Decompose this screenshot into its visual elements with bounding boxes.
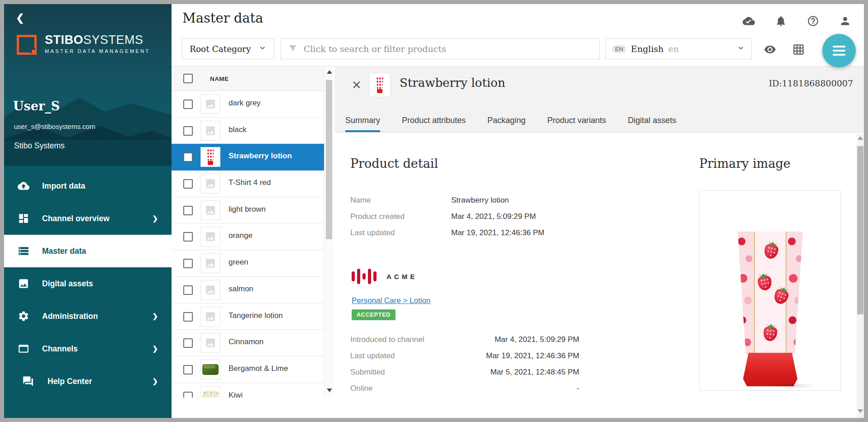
product-name: salmon — [229, 284, 253, 294]
tab-product-variants[interactable]: Product variants — [547, 116, 606, 132]
field-label: Submitted — [350, 368, 451, 377]
row-checkbox[interactable] — [183, 365, 193, 375]
field-value: Mar 5, 2021, 12:48:45 PM — [490, 368, 579, 377]
scroll-up-arrow[interactable] — [858, 136, 863, 140]
list-item[interactable]: Cinnamon — [172, 330, 324, 356]
row-checkbox[interactable] — [183, 338, 193, 348]
list-item[interactable]: green — [172, 250, 324, 277]
sidebar-item-master-data[interactable]: Master data — [4, 235, 172, 267]
sidebar-item-label: Channel overview — [42, 214, 110, 223]
scroll-down-arrow[interactable] — [858, 409, 863, 413]
list-item[interactable]: dark grey — [172, 91, 324, 118]
language-dropdown[interactable]: EN English en — [605, 38, 752, 59]
product-name: orange — [229, 231, 253, 240]
row-checkbox[interactable] — [183, 100, 193, 109]
brand-name: ACME — [386, 273, 417, 280]
sidebar-item-channels[interactable]: Channels ❯ — [4, 332, 172, 365]
help-icon[interactable] — [807, 15, 819, 27]
product-name: Kiwi — [229, 391, 243, 398]
brand-logo: ACME — [352, 268, 417, 284]
scroll-up-arrow[interactable] — [327, 70, 332, 74]
field-label: Last updated — [350, 228, 451, 237]
tab-packaging[interactable]: Packaging — [487, 116, 525, 132]
list-item-selected[interactable]: Strawberry lotion — [172, 144, 324, 171]
list-item[interactable]: Bergamot & Lime — [172, 356, 324, 383]
sidebar-item-label: Digital assets — [42, 279, 93, 289]
cloud-done-icon[interactable] — [743, 15, 755, 27]
menu-fab-button[interactable] — [822, 34, 856, 67]
chevron-left-icon: ❮ — [16, 12, 24, 24]
placeholder-image-icon — [200, 227, 220, 247]
field-label: Product created — [350, 212, 451, 221]
scrollbar-thumb[interactable] — [326, 80, 332, 239]
product-thumbnail — [369, 73, 391, 97]
user-organization: Stibo Systems — [14, 141, 65, 151]
row-checkbox[interactable] — [183, 232, 193, 242]
list-item[interactable]: Tangerine lotion — [172, 303, 324, 330]
sidebar-item-import-data[interactable]: Import data — [4, 170, 172, 202]
row-checkbox[interactable] — [183, 285, 193, 295]
category-dropdown-value: Root Category — [190, 44, 251, 54]
detail-scrollbar[interactable] — [857, 133, 864, 418]
filter-icon — [288, 43, 297, 54]
lotion-tube-cap — [743, 353, 797, 386]
row-checkbox[interactable] — [183, 152, 193, 162]
sidebar-item-administration[interactable]: Administration ❯ — [4, 300, 172, 332]
user-email: user_s@stibosystems.com — [14, 123, 95, 130]
search-input[interactable] — [304, 44, 592, 54]
collapse-sidebar-button[interactable]: ❮ — [16, 11, 29, 25]
gear-icon — [18, 310, 29, 322]
product-title: Strawberry lotion — [400, 76, 505, 90]
field-label: Name — [350, 196, 451, 205]
scroll-down-arrow[interactable] — [327, 389, 332, 392]
list-item[interactable]: orange — [172, 223, 324, 250]
field-value: - — [577, 384, 579, 393]
tab-summary[interactable]: Summary — [345, 116, 380, 132]
field-row: Introduced to channel Mar 4, 2021, 5:09:… — [350, 335, 579, 344]
row-checkbox[interactable] — [183, 259, 193, 268]
account-icon[interactable] — [839, 15, 851, 27]
product-name: T-Shirt 4 red — [229, 178, 271, 187]
row-checkbox[interactable] — [183, 206, 193, 215]
sidebar-nav: Import data Channel overview ❯ Master da… — [4, 166, 172, 418]
placeholder-image-icon — [200, 121, 220, 141]
product-name: Bergamot & Lime — [229, 364, 288, 373]
row-checkbox[interactable] — [183, 312, 193, 322]
tab-product-attributes[interactable]: Product attributes — [402, 116, 466, 132]
row-checkbox[interactable] — [183, 126, 193, 136]
language-name: English — [631, 44, 663, 54]
list-item[interactable]: Kiwi — [172, 383, 324, 398]
eye-icon[interactable] — [764, 43, 777, 57]
chevron-down-icon — [258, 44, 267, 54]
list-item[interactable]: light brown — [172, 197, 324, 224]
grid-icon[interactable] — [792, 43, 806, 57]
list-item[interactable]: T-Shirt 4 red — [172, 171, 324, 197]
page-title: Master data — [182, 10, 263, 26]
placeholder-image-icon — [200, 200, 220, 220]
sidebar-item-digital-assets[interactable]: Digital assets — [4, 267, 172, 300]
top-bar: Master data Root Category EN English en — [172, 4, 864, 66]
category-dropdown[interactable]: Root Category — [182, 38, 274, 59]
list-item[interactable]: black — [172, 118, 324, 144]
list-scrollbar[interactable] — [324, 66, 334, 398]
product-name: Strawberry lotion — [229, 152, 292, 161]
category-breadcrumb-link[interactable]: Personal Care > Lotion — [352, 296, 430, 305]
row-checkbox[interactable] — [183, 392, 193, 398]
field-value: Mar 4, 2021, 5:09:29 PM — [495, 335, 579, 344]
product-name: dark grey — [229, 99, 261, 108]
field-row: Last updated Mar 19, 2021, 12:46:36 PM — [350, 228, 579, 237]
sidebar-item-channel-overview[interactable]: Channel overview ❯ — [4, 202, 172, 235]
window-frame: ❮ STIBOSYSTEMS MASTER DATA MANAGEMENT Us… — [0, 0, 868, 422]
status-badge: ACCEPTED — [352, 309, 396, 320]
placeholder-image-icon — [200, 280, 220, 300]
product-detail-header: ✕ Strawberry lotion ID:1181868800007 Sum… — [335, 66, 864, 133]
scrollbar-thumb[interactable] — [857, 146, 863, 314]
field-row: Name Strawberry lotion — [350, 196, 579, 205]
notifications-icon[interactable] — [775, 15, 787, 27]
select-all-checkbox[interactable] — [183, 74, 193, 83]
row-checkbox[interactable] — [183, 179, 193, 189]
sidebar-item-help-center[interactable]: Help Center ❯ — [4, 365, 172, 398]
list-item[interactable]: salmon — [172, 277, 324, 303]
close-icon[interactable]: ✕ — [352, 78, 362, 92]
tab-digital-assets[interactable]: Digital assets — [628, 116, 676, 132]
